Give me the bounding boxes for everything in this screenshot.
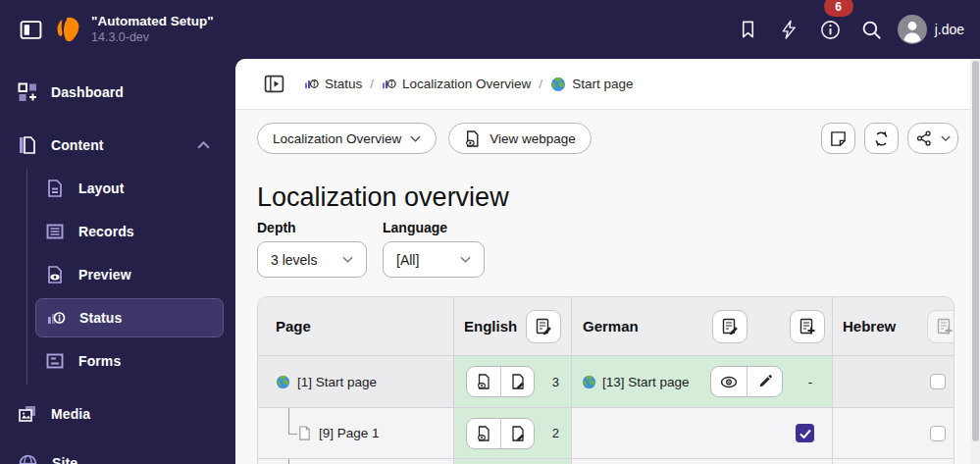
edit-translation-button[interactable]: [747, 367, 782, 396]
edit-page-icon: [510, 426, 526, 441]
user-menu[interactable]: j.doe: [898, 15, 964, 44]
records-icon: [45, 222, 65, 241]
sidebar-item-label: Status: [79, 310, 122, 326]
column-header-page: Page: [258, 297, 454, 355]
translate-checkbox-german[interactable]: [796, 424, 814, 442]
breadcrumb-separator: /: [370, 77, 374, 91]
vertical-scrollbar[interactable]: [970, 59, 980, 464]
note-button[interactable]: [821, 123, 855, 154]
translate-all-hebrew-button[interactable]: [927, 310, 954, 343]
page-cell-page-1: [9] Page 1: [258, 408, 454, 458]
breadcrumb-label: Start page: [572, 77, 633, 91]
sidebar-item-records[interactable]: Records: [0, 215, 235, 248]
docheader-toolbar: Localization Overview View webpage: [235, 110, 980, 167]
german-cell: [572, 459, 833, 464]
german-cell: [13] Start page -: [572, 356, 833, 407]
module-select-dropdown[interactable]: Localization Overview: [257, 123, 437, 154]
media-icon: [18, 404, 37, 424]
pagetree-toggle-button[interactable]: [261, 72, 286, 97]
sidebar-item-status[interactable]: Status: [35, 298, 224, 337]
language-select[interactable]: [All]: [383, 241, 485, 278]
bookmarks-button[interactable]: [733, 14, 764, 45]
refresh-button[interactable]: [864, 123, 899, 154]
avatar: [898, 15, 927, 44]
translate-checkbox-hebrew[interactable]: [930, 426, 946, 441]
sidebar-item-label: Media: [51, 406, 90, 422]
sidebar-item-forms[interactable]: Forms: [0, 344, 235, 378]
sidebar-item-site[interactable]: Site: [0, 446, 235, 464]
sidebar-item-label: Preview: [78, 267, 131, 283]
hebrew-cell: [833, 408, 954, 458]
chevron-down-icon: [460, 256, 471, 263]
sidebar-item-label: Site: [52, 455, 77, 464]
view-page-button[interactable]: [467, 419, 500, 448]
topbar: "Automated Setup" 14.3.0-dev 6 j.doe: [0, 0, 980, 59]
status-module-icon: [382, 77, 396, 91]
breadcrumb-item-localization-overview[interactable]: Localization Overview: [382, 77, 531, 91]
language-label: Language: [383, 220, 447, 235]
table-row-clipped: [258, 459, 954, 464]
english-cell: 3: [454, 356, 572, 407]
layout-icon: [45, 179, 65, 198]
status-icon: [46, 308, 66, 328]
site-info: "Automated Setup" 14.3.0-dev: [91, 14, 214, 46]
lightning-icon: [780, 20, 799, 39]
module-content: Status / Localization Overview / Start p…: [235, 59, 980, 464]
edit-all-english-button[interactable]: [526, 310, 561, 343]
edit-all-german-button[interactable]: [712, 310, 748, 343]
sidebar-item-label: Dashboard: [51, 84, 124, 100]
sidebar-toggle-button[interactable]: [16, 15, 45, 44]
column-header-german: German: [572, 297, 833, 355]
share-dropdown-button[interactable]: [907, 123, 958, 154]
view-translation-button[interactable]: [711, 367, 747, 396]
content-icon: [18, 135, 37, 155]
sidebar-item-label: Content: [51, 137, 104, 153]
breadcrumb-item-start-page[interactable]: Start page: [550, 77, 633, 92]
translated-page-text: [13] Start page: [602, 375, 690, 389]
view-page-button[interactable]: [467, 367, 500, 396]
translate-all-german-button[interactable]: [790, 310, 825, 343]
depth-label: Depth: [257, 220, 296, 235]
breadcrumb-label: Localization Overview: [402, 77, 531, 91]
sidebar-item-label: Records: [78, 224, 134, 239]
table-row: [1] Start page 3 [13] Start page: [258, 356, 954, 408]
add-document-icon: [936, 318, 954, 335]
chevron-down-icon: [941, 135, 951, 141]
view-webpage-button[interactable]: View webpage: [448, 123, 592, 154]
notification-badge: 6: [824, 0, 853, 17]
german-cell: [572, 408, 833, 458]
sidebar-item-content[interactable]: Content: [0, 129, 235, 162]
english-actions: [466, 418, 535, 449]
breadcrumb-item-status[interactable]: Status: [304, 77, 362, 91]
systeminfo-button[interactable]: 6: [815, 14, 847, 45]
table-row: [9] Page 1 2: [258, 408, 954, 459]
column-label: English: [464, 318, 517, 335]
sidebar-item-media[interactable]: Media: [0, 397, 235, 431]
chevron-down-icon: [342, 256, 353, 263]
edit-page-button[interactable]: [500, 367, 534, 396]
preview-icon: [45, 265, 65, 284]
breadcrumb: Status / Localization Overview / Start p…: [304, 77, 633, 92]
share-icon: [915, 129, 933, 147]
search-button[interactable]: [856, 14, 888, 45]
shortcuts-button[interactable]: [774, 14, 805, 45]
sidebar-item-dashboard[interactable]: Dashboard: [0, 76, 235, 109]
translate-checkbox-hebrew[interactable]: [930, 374, 946, 389]
forms-icon: [45, 351, 65, 371]
scrollbar-thumb[interactable]: [972, 61, 979, 441]
column-label: German: [583, 318, 639, 335]
search-icon: [861, 20, 882, 40]
site-title: "Automated Setup": [91, 14, 214, 30]
username: j.doe: [935, 22, 964, 37]
module-select-value: Localization Overview: [273, 131, 401, 146]
typo3-logo-icon: [55, 16, 81, 44]
translation-empty-indicator: -: [789, 375, 832, 389]
view-page-icon: [476, 426, 491, 441]
typo3-version: 14.3.0-dev: [91, 30, 214, 46]
sidebar-item-preview[interactable]: Preview: [0, 258, 235, 291]
edit-page-button[interactable]: [500, 419, 534, 448]
depth-select[interactable]: 3 levels: [257, 241, 367, 278]
sidebar-item-layout[interactable]: Layout: [0, 172, 235, 205]
edit-document-icon: [535, 318, 552, 335]
note-icon: [829, 129, 848, 148]
